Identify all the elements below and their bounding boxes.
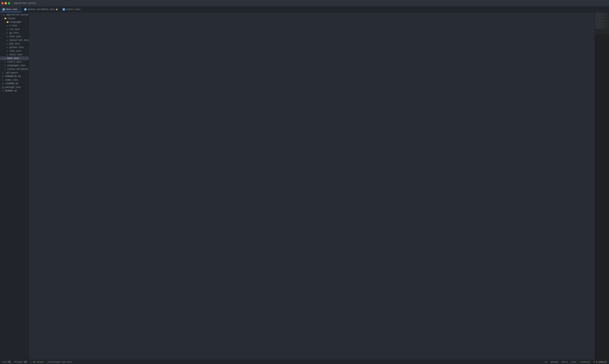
status-branch[interactable]: ⎇ master <box>579 360 591 364</box>
status-charset[interactable]: UTF-8 <box>561 360 568 364</box>
tab-label: syntax-variables.less <box>27 8 55 11</box>
sidebar-item-base-less[interactable]: ◻ base.less <box>0 56 29 60</box>
editor-area: // Generate minimap lines const minimap … <box>29 12 609 360</box>
status-right: LF Normal UTF-8 Less ⎇ master ⬆ 8 update… <box>544 360 608 364</box>
file-less-icon: ◻ <box>6 28 9 31</box>
file-less-icon: ◻ <box>6 39 9 42</box>
folder-icon: 📁 <box>4 17 7 20</box>
tab-label: colors.less <box>66 8 80 11</box>
sidebar-item-label: .gitignore <box>5 72 18 74</box>
project-icon: ◈ <box>3 13 6 16</box>
sidebar-item-label: c.less <box>9 25 17 27</box>
sidebar-item-gitignore[interactable]: ◇ .gitignore <box>0 71 29 75</box>
minimap: // Generate minimap lines const minimap … <box>595 12 609 360</box>
file-less-icon: ◻ <box>4 68 7 71</box>
status-encoding[interactable]: Normal <box>550 360 559 364</box>
sidebar-item-languages[interactable]: 📁 languages <box>0 20 29 24</box>
sidebar-item-license[interactable]: ≡ LICENSE.md <box>0 82 29 85</box>
tab-syntax-variables-less[interactable]: syntax-variables.less <box>22 7 60 12</box>
status-bar: File 0 Project 0 ✓ No Issues styles/base… <box>0 360 609 364</box>
file-git-icon: ◇ <box>1 71 4 74</box>
sidebar-item-label: base.less <box>7 57 19 60</box>
sidebar-item-index-less[interactable]: ◻ index.less <box>0 78 29 82</box>
status-updates[interactable]: ⬆ 8 updates <box>593 360 608 364</box>
sidebar-item-php-less[interactable]: ◻ php.less <box>0 42 29 46</box>
status-updates-label: ⬆ 8 updates <box>594 361 607 363</box>
file-less-icon: ◻ <box>6 46 9 49</box>
tab-icon <box>63 8 65 11</box>
sidebar-item-javascript-less[interactable]: ◻ javascript.less <box>0 39 29 42</box>
sidebar-item-label: php.less <box>9 43 20 45</box>
sidebar-item-label: colors.less <box>7 61 22 63</box>
sidebar-item-label: languages <box>10 21 22 23</box>
sidebar-item-css-less[interactable]: ◻ css.less <box>0 27 29 31</box>
sidebar-item-styles[interactable]: 📁 styles <box>0 17 29 20</box>
folder-icon: 📁 <box>6 21 9 24</box>
sidebar-item-label: package.json <box>5 86 21 89</box>
sidebar-item-colors-less[interactable]: ◻ colors.less <box>0 60 29 64</box>
sidebar-item-shell-less[interactable]: ◻ shell.less <box>0 53 29 56</box>
code-container[interactable] <box>29 12 595 360</box>
status-project-count: 0 <box>24 361 27 363</box>
close-button[interactable] <box>1 2 4 4</box>
editor-main[interactable] <box>29 12 595 360</box>
tab-modified-indicator <box>56 9 57 10</box>
file-less-icon: ◻ <box>6 31 9 34</box>
file-less-icon: ◻ <box>6 42 9 45</box>
maximize-button[interactable] <box>8 2 10 4</box>
file-less-icon: ◻ <box>6 50 9 52</box>
minimize-button[interactable] <box>5 2 7 4</box>
tabs-bar: base.less syntax-variables.less colors.l… <box>0 7 609 12</box>
sidebar-item-label: syntax-variables.less <box>7 68 29 70</box>
code-content[interactable] <box>37 12 595 360</box>
tab-base-less[interactable]: base.less <box>0 7 22 12</box>
sidebar-item-ruby-less[interactable]: ◻ ruby.less <box>0 49 29 53</box>
sidebar-item-package-json[interactable]: {} package.json <box>0 85 29 89</box>
status-file-label: File <box>2 361 7 363</box>
status-project-label: Project <box>14 361 23 363</box>
sidebar-item-label: styles <box>8 17 15 20</box>
file-less-icon: ◻ <box>6 35 9 38</box>
status-project[interactable]: Project 0 <box>14 360 27 364</box>
sidebar-item-project-root[interactable]: ◈ apprentice-syntax <box>0 13 29 17</box>
sidebar-item-c-less[interactable]: ◻ c.less <box>0 24 29 27</box>
sidebar-item-label: README.md <box>5 90 17 92</box>
status-encoding-label: Normal <box>551 361 558 363</box>
status-left: File 0 Project 0 ✓ No Issues styles/base… <box>1 360 73 364</box>
sidebar-item-python-less[interactable]: ◻ python.less <box>0 46 29 49</box>
status-no-issues-label: ✓ No Issues <box>31 361 44 363</box>
status-position-label: 10:3 <box>67 361 72 363</box>
sidebar-item-label: python.less <box>9 46 24 49</box>
expand-icon <box>4 21 6 23</box>
sidebar-item-html-less[interactable]: ◻ html.less <box>0 35 29 39</box>
sidebar-item-languages-less[interactable]: ◻ languages.less <box>0 64 29 67</box>
file-md-icon: ≡ <box>1 90 4 92</box>
project-title: apprentice-syntax <box>14 2 36 4</box>
status-path[interactable]: styles/base.less 10:3 <box>47 360 73 364</box>
status-no-issues[interactable]: ✓ No Issues <box>30 360 45 364</box>
title-bar: apprentice-syntax <box>0 0 609 7</box>
file-md-icon: ≡ <box>1 82 4 85</box>
sidebar-item-label: javascript.less <box>9 39 29 41</box>
file-less-icon: ◻ <box>4 57 7 60</box>
sidebar-item-go-less[interactable]: ◻ go.less <box>0 31 29 35</box>
status-grammar[interactable]: Less <box>570 360 577 364</box>
window-controls <box>1 2 10 4</box>
status-line-ending[interactable]: LF <box>544 360 548 364</box>
tab-colors-less[interactable]: colors.less <box>60 7 83 12</box>
sidebar-item-label: shell.less <box>9 53 23 56</box>
sidebar-item-readme[interactable]: ≡ README.md <box>0 89 29 93</box>
sidebar: ◈ apprentice-syntax 📁 styles 📁 languages… <box>0 12 29 360</box>
sidebar-item-changelog[interactable]: ≡ CHANGELOG.md <box>0 75 29 78</box>
sidebar-item-label: go.less <box>9 32 18 34</box>
status-file[interactable]: File 0 <box>1 360 12 364</box>
file-less-icon: ◻ <box>4 64 7 67</box>
status-line-ending-label: LF <box>545 361 547 363</box>
sidebar-item-label: html.less <box>9 35 21 38</box>
sidebar-item-label: css.less <box>9 28 20 31</box>
tab-icon <box>2 8 5 11</box>
status-grammar-label: Less <box>571 361 576 363</box>
tab-label: base.less <box>6 8 18 11</box>
sidebar-item-syntax-variables-less[interactable]: ◻ syntax-variables.less <box>0 67 29 71</box>
sidebar-item-label: ruby.less <box>9 50 21 52</box>
